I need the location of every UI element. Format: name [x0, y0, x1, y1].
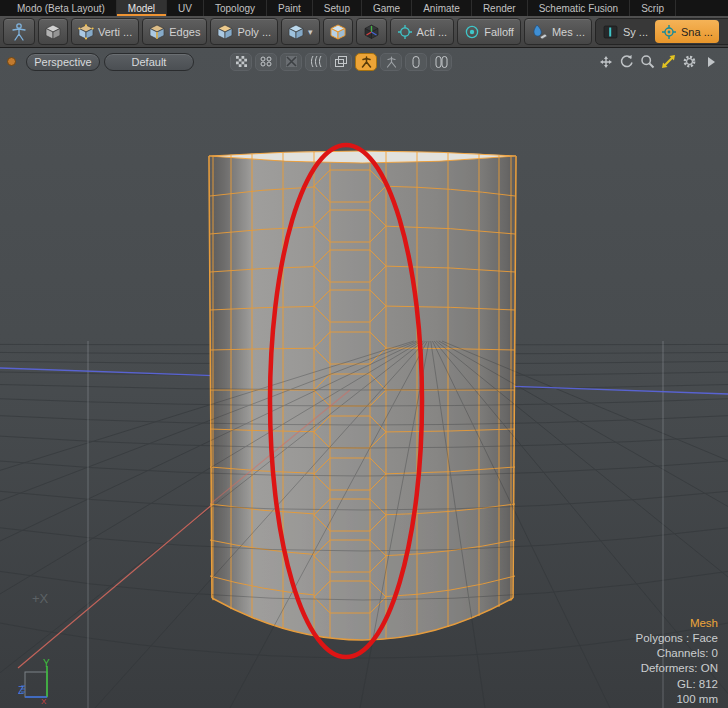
- action-center-button[interactable]: Acti ...: [390, 18, 455, 45]
- edges-mode-button[interactable]: Edges: [142, 18, 207, 45]
- tab-render[interactable]: Render: [472, 0, 528, 16]
- expand-arrow-icon: [706, 56, 716, 68]
- status-mesh-name: Mesh: [636, 616, 718, 631]
- cylinder-mesh: [209, 151, 516, 640]
- gear-icon: [682, 54, 697, 69]
- shading-select[interactable]: Default: [104, 53, 194, 71]
- snapping-group: Sy ... Sna ... Sele ...: [595, 18, 728, 45]
- tab-script[interactable]: Scrip: [630, 0, 676, 16]
- actor-solo-toggle[interactable]: [355, 53, 377, 71]
- polygons-label: Poly ...: [237, 26, 271, 38]
- zoom-tool-button[interactable]: [639, 53, 656, 70]
- tab-model[interactable]: Model: [117, 0, 167, 16]
- tab-modo-layout[interactable]: Modo (Beta Layout): [6, 0, 117, 16]
- viewport-nav-buttons: [597, 53, 719, 70]
- status-gl-count: GL: 812: [636, 677, 718, 692]
- capsule-icon: [412, 56, 420, 68]
- layers-toggle[interactable]: [330, 53, 352, 71]
- falloff-button[interactable]: Falloff: [457, 18, 521, 45]
- actor-ghost-toggle[interactable]: [380, 53, 402, 71]
- action-center-icon: [397, 24, 413, 40]
- main-toolbar: Verti ... Edges Poly ... ▾: [0, 16, 728, 48]
- capsule-toggle[interactable]: [405, 53, 427, 71]
- tab-setup[interactable]: Setup: [313, 0, 362, 16]
- scene-canvas[interactable]: +X: [0, 48, 728, 708]
- viewport-3d: +X Perspective Default: [0, 48, 728, 708]
- maximize-arrows-icon: [661, 54, 676, 69]
- symmetry-icon: [603, 25, 619, 39]
- orbit-rotate-icon: [619, 54, 634, 69]
- auto-select-mode-button[interactable]: [38, 18, 68, 45]
- edges-label: Edges: [169, 26, 200, 38]
- workplane-gizmo: Y Z X: [18, 658, 62, 706]
- tab-animate[interactable]: Animate: [412, 0, 472, 16]
- texture-x-icon: [286, 56, 297, 67]
- actor-ghost-icon: [386, 56, 397, 68]
- viewport-header: Perspective Default: [0, 52, 728, 71]
- mesh-ops-button[interactable]: Mes ...: [524, 18, 592, 45]
- status-polygons: Polygons : Face: [636, 631, 718, 646]
- waves-icon: [310, 56, 322, 67]
- pan-tool-button[interactable]: [597, 53, 614, 70]
- snapping-label: Sna ...: [681, 26, 713, 38]
- camera-select[interactable]: Perspective: [26, 53, 100, 71]
- status-deformers: Deformers: ON: [636, 661, 718, 676]
- item-cube-button[interactable]: [323, 18, 353, 45]
- viewport-settings-button[interactable]: [681, 53, 698, 70]
- mode-dropdown-button[interactable]: ▾: [281, 18, 320, 45]
- checkerboard-toggle[interactable]: [230, 53, 252, 71]
- tab-game[interactable]: Game: [362, 0, 412, 16]
- cube-polygons-icon: [217, 24, 233, 40]
- layers-icon: [335, 56, 347, 67]
- texture-toggle[interactable]: [280, 53, 302, 71]
- items-mode-button[interactable]: [3, 18, 35, 45]
- mesh-paint-icon: [531, 24, 548, 40]
- vertices-mode-button[interactable]: Verti ...: [71, 18, 139, 45]
- magnifier-icon: [640, 54, 655, 69]
- falloff-icon: [464, 24, 480, 40]
- checkerboard-icon: [236, 56, 247, 67]
- orbit-tool-button[interactable]: [618, 53, 635, 70]
- cube-vertices-icon: [78, 24, 94, 40]
- pan-move-icon: [598, 54, 614, 70]
- maximize-viewport-button[interactable]: [660, 53, 677, 70]
- status-grid-size: 100 mm: [636, 692, 718, 707]
- cube-gray-icon: [45, 24, 61, 40]
- cube-blue-icon: [288, 24, 304, 40]
- symmetry-label: Sy ...: [623, 26, 648, 38]
- cube-axes-icon: [363, 23, 380, 40]
- mesh-ops-label: Mes ...: [552, 26, 585, 38]
- snapping-icon: [661, 24, 677, 40]
- four-dots-icon: [260, 56, 272, 67]
- actor-figure-icon: [10, 22, 28, 41]
- axis-hint-label: +X: [32, 591, 49, 606]
- double-capsule-icon: [435, 56, 448, 68]
- symmetry-button[interactable]: Sy ...: [597, 20, 654, 43]
- falloff-label: Falloff: [484, 26, 514, 38]
- dropdown-caret-icon: ▾: [308, 27, 313, 37]
- tab-uv[interactable]: UV: [167, 0, 204, 16]
- tab-paint[interactable]: Paint: [267, 0, 313, 16]
- vertices-label: Verti ...: [98, 26, 132, 38]
- gizmo-z-label: Z: [18, 685, 24, 696]
- cube-orange-outline-icon: [330, 24, 346, 40]
- workplane-cube-button[interactable]: [356, 18, 387, 45]
- actor-orange-icon: [361, 56, 372, 68]
- viewport-toggle-buttons: [230, 53, 452, 71]
- waves-toggle[interactable]: [305, 53, 327, 71]
- status-channels: Channels: 0: [636, 646, 718, 661]
- cube-edges-icon: [149, 24, 165, 40]
- tab-topology[interactable]: Topology: [204, 0, 267, 16]
- viewport-status-block: Mesh Polygons : Face Channels: 0 Deforme…: [636, 616, 718, 707]
- layout-tabbar: Modo (Beta Layout) Model UV Topology Pai…: [0, 0, 728, 16]
- viewport-menu-dot[interactable]: [7, 57, 16, 66]
- action-center-label: Acti ...: [417, 26, 448, 38]
- capsules-toggle[interactable]: [430, 53, 452, 71]
- expand-panel-button[interactable]: [702, 53, 719, 70]
- dots-toggle[interactable]: [255, 53, 277, 71]
- tab-schematic-fusion[interactable]: Schematic Fusion: [528, 0, 630, 16]
- snapping-button[interactable]: Sna ...: [655, 20, 719, 43]
- selection-sets-button[interactable]: Sele ...: [720, 20, 728, 43]
- gizmo-y-label: Y: [43, 658, 50, 669]
- polygons-mode-button[interactable]: Poly ...: [210, 18, 278, 45]
